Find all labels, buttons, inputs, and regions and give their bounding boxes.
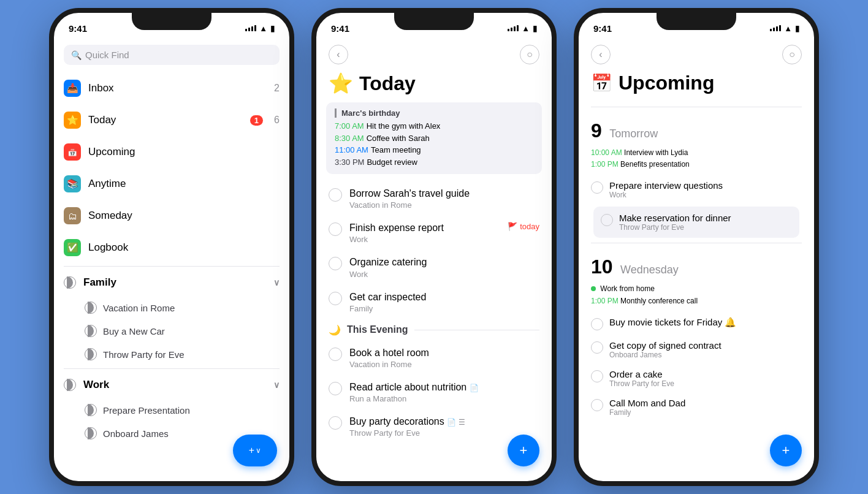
check-button-2[interactable]: ○ — [520, 45, 539, 64]
cal-time-3: 11:00 AM — [335, 144, 368, 156]
upcoming-title-icon: 📅 — [591, 73, 612, 93]
evening-task-2[interactable]: Read article about nutrition 📄 Run a Mar… — [316, 375, 552, 409]
task-4[interactable]: Get car inspected Family — [316, 285, 552, 319]
work-item-1[interactable]: Prepare Presentation — [54, 398, 289, 422]
someday-icon-box: 🗂 — [64, 207, 81, 224]
fab-3[interactable]: + — [770, 435, 802, 466]
ut-6-content: Call Mom and Dad Family — [609, 398, 685, 417]
family-item-1[interactable]: Vacation in Rome — [54, 296, 289, 319]
phone-sidebar: 9:41 ▲ ▮ 🔍 Quick Find 📥 — [49, 8, 294, 486]
ci-half5 — [88, 404, 94, 416]
et-2-content: Read article about nutrition 📄 Run a Mar… — [349, 381, 479, 403]
search-bar[interactable]: 🔍 Quick Find — [64, 45, 280, 65]
signal-bars-3 — [770, 25, 781, 31]
phones-container: 9:41 ▲ ▮ 🔍 Quick Find 📥 — [25, 8, 843, 486]
cal-event-1: 7:00 AM Hit the gym with Alex — [335, 120, 533, 132]
et-2-subtitle: Run a Marathon — [349, 394, 479, 403]
upcoming-task-3[interactable]: Buy movie tickets for Friday 🔔 — [579, 312, 814, 335]
task-1-checkbox[interactable] — [329, 188, 342, 202]
day-10-event-1: Work from home — [591, 283, 802, 295]
nav-today[interactable]: ⭐ Today 1 6 — [54, 104, 289, 136]
ut-5-content: Order a cake Throw Party for Eve — [609, 369, 674, 388]
ut-5-subtitle: Throw Party for Eve — [609, 379, 674, 388]
signal-bars — [245, 25, 256, 31]
et-1-checkbox[interactable] — [329, 348, 342, 361]
task-4-checkbox[interactable] — [329, 292, 342, 305]
task-3-subtitle: Work — [349, 270, 427, 279]
family-item-3[interactable]: Throw Party for Eve — [54, 343, 289, 366]
search-icon: 🔍 — [71, 50, 82, 60]
et-2-checkbox[interactable] — [329, 382, 342, 395]
ut-5-check[interactable] — [591, 370, 603, 382]
evening-task-1[interactable]: Book a hotel room Vacation in Rome — [316, 341, 552, 375]
day-9-event-2: 1:00 PM Benefits presentation — [591, 159, 802, 170]
family-section-header[interactable]: Family ∨ — [54, 269, 289, 296]
family-item-2[interactable]: Buy a New Car — [54, 319, 289, 343]
task-1[interactable]: Borrow Sarah's travel guide Vacation in … — [316, 181, 552, 216]
task-3-checkbox[interactable] — [329, 257, 342, 270]
ut-1-check[interactable] — [591, 181, 603, 194]
nav-bar-3: ‹ ○ — [579, 40, 814, 69]
battery-icon-3: ▮ — [795, 24, 799, 33]
ut-3-check[interactable] — [591, 318, 603, 330]
day-9-number: 9 — [591, 120, 602, 142]
nav-anytime[interactable]: 📚 Anytime — [54, 168, 289, 200]
upcoming-task-6[interactable]: Call Mom and Dad Family — [579, 393, 814, 422]
phone-today: 9:41 ▲ ▮ ‹ ○ ⭐ Today — [311, 8, 557, 486]
phone3-content: ‹ ○ 📅 Upcoming 9 Tomorrow 10:00 AM Inter… — [579, 40, 814, 481]
family-item-1-label: Vacation in Rome — [103, 303, 175, 313]
upcoming-icon-box: 📅 — [64, 143, 81, 161]
upcoming-task-1[interactable]: Prepare interview questions Work — [579, 175, 814, 204]
ht-check[interactable] — [601, 214, 613, 226]
today-icon-box: ⭐ — [64, 112, 81, 129]
ut-6-check[interactable] — [591, 399, 603, 411]
today-tag-label: today — [520, 222, 539, 231]
nav-upcoming[interactable]: 📅 Upcoming — [54, 136, 289, 168]
ht-content: Make reservation for dinner Throw Party … — [619, 213, 731, 232]
task-3[interactable]: Organize catering Work — [316, 250, 552, 284]
task-2-checkbox[interactable] — [329, 222, 342, 236]
status-time-1: 9:41 — [69, 23, 87, 34]
check-button-3[interactable]: ○ — [782, 45, 802, 64]
upcoming-task-5[interactable]: Order a cake Throw Party for Eve — [579, 364, 814, 393]
day-10: 10 Wednesday — [579, 248, 814, 281]
bar2 — [248, 28, 250, 31]
et-3-checkbox[interactable] — [329, 416, 342, 430]
divider-1 — [64, 266, 280, 267]
wifi-icon: ▲ — [259, 24, 267, 33]
ci-half6 — [88, 427, 94, 439]
ut-3-content: Buy movie tickets for Friday 🔔 — [609, 317, 736, 328]
cal-time-4: 3:30 PM — [335, 156, 364, 169]
nav-someday[interactable]: 🗂 Someday — [54, 200, 289, 232]
ci-half2 — [88, 325, 94, 337]
family-item-2-label: Buy a New Car — [103, 326, 165, 336]
today-title-text: Today — [359, 72, 416, 95]
ut-4-check[interactable] — [591, 341, 603, 354]
today-badge: 1 — [250, 115, 263, 126]
et-3-content: Buy party decorations 📄 ☰ Throw Party fo… — [349, 416, 465, 438]
status-time-2: 9:41 — [331, 23, 349, 34]
fab-1-label: + — [249, 445, 254, 456]
family-label: Family — [83, 276, 116, 289]
task-2[interactable]: Finish expense report Work 🚩 today — [316, 216, 552, 250]
cal-text-1: Hit the gym with Alex — [367, 120, 441, 132]
et-2-title: Read article about nutrition 📄 — [349, 381, 479, 393]
task-4-title: Get car inspected — [349, 291, 426, 303]
nav-logbook[interactable]: ✅ Logbook — [54, 232, 289, 264]
back-button-2[interactable]: ‹ — [329, 45, 348, 64]
ci-half — [88, 302, 94, 314]
calendar-section: Marc's birthday 7:00 AM Hit the gym with… — [326, 102, 542, 174]
fab-2[interactable]: + — [508, 435, 539, 466]
nav-inbox[interactable]: 📥 Inbox 2 — [54, 72, 289, 104]
family-item-3-icon — [85, 348, 97, 360]
upcoming-task-4[interactable]: Get copy of signed contract Onboard Jame… — [579, 335, 814, 364]
work-section-header[interactable]: Work ∨ — [54, 371, 289, 398]
ut-5-title: Order a cake — [609, 369, 674, 379]
upcoming-task-highlighted[interactable]: Make reservation for dinner Throw Party … — [593, 207, 799, 238]
fab-1[interactable]: + ∨ — [233, 435, 277, 466]
ut-4-content: Get copy of signed contract Onboard Jame… — [609, 340, 721, 359]
battery-icon-2: ▮ — [533, 24, 537, 33]
back-button-3[interactable]: ‹ — [591, 45, 611, 64]
evening-section: 🌙 This Evening — [316, 319, 552, 341]
work-icon — [64, 379, 76, 391]
